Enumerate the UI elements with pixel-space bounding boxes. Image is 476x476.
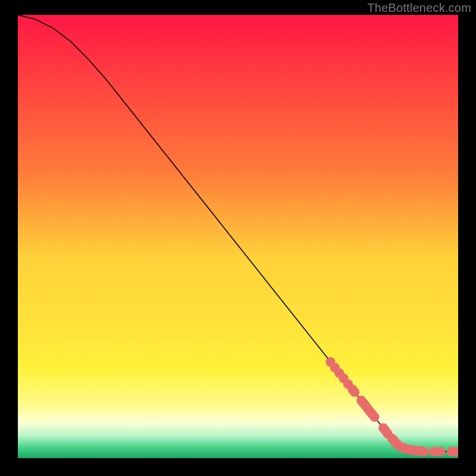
marker-point xyxy=(436,447,445,456)
gradient-background xyxy=(18,15,458,458)
watermark-text: TheBottleneck.com xyxy=(367,1,471,15)
marker-point xyxy=(350,387,359,397)
plot-area xyxy=(18,15,458,458)
marker-point xyxy=(369,412,379,422)
chart-svg xyxy=(18,15,458,458)
marker-point xyxy=(419,447,429,456)
chart-frame: TheBottleneck.com xyxy=(0,0,476,476)
